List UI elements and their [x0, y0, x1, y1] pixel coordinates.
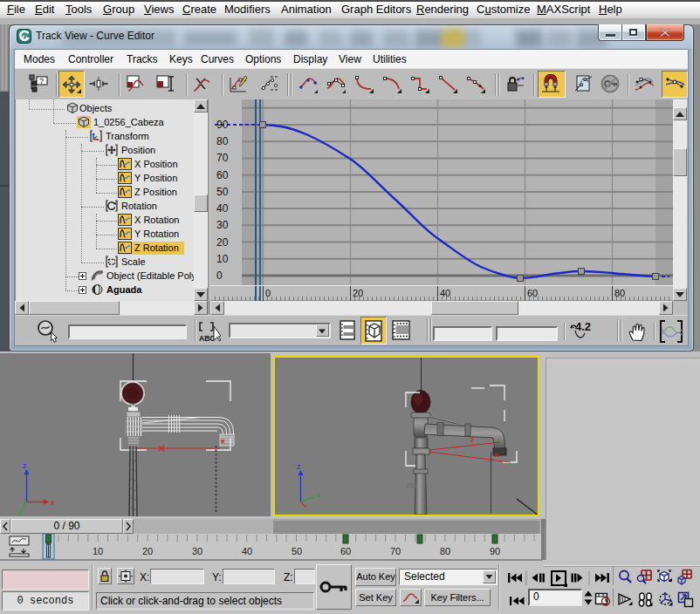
svg-text:20: 20 — [216, 236, 229, 249]
svg-text:0: 0 — [216, 269, 223, 282]
svg-text:80: 80 — [440, 546, 450, 556]
svg-text:y: y — [18, 507, 23, 515]
svg-text:0: 0 — [265, 288, 271, 298]
svg-text:x: x — [316, 491, 320, 500]
svg-text:10: 10 — [93, 546, 103, 556]
svg-text:ABC: ABC — [199, 334, 215, 343]
svg-text:z: z — [297, 462, 301, 471]
svg-text:50: 50 — [292, 546, 302, 556]
svg-text:y: y — [470, 433, 475, 442]
svg-text:20: 20 — [142, 546, 153, 556]
svg-text:50: 50 — [216, 186, 229, 198]
svg-text:z: z — [23, 461, 27, 470]
svg-text:30: 30 — [216, 219, 229, 231]
svg-text:60: 60 — [216, 169, 229, 181]
svg-text:x: x — [51, 498, 55, 507]
svg-text:90: 90 — [490, 546, 500, 556]
svg-text:?: ? — [39, 77, 44, 85]
svg-text:60: 60 — [527, 288, 538, 298]
svg-text:60: 60 — [340, 546, 351, 556]
svg-text:90: 90 — [216, 119, 229, 131]
svg-text:40: 40 — [242, 546, 252, 556]
svg-text:80: 80 — [216, 135, 229, 147]
svg-text:80: 80 — [614, 288, 625, 298]
svg-text:20: 20 — [353, 288, 363, 298]
svg-text:40: 40 — [440, 288, 450, 298]
svg-text:40: 40 — [216, 202, 229, 215]
svg-text:10: 10 — [216, 253, 229, 265]
svg-text:70: 70 — [216, 152, 229, 164]
svg-text:70: 70 — [390, 546, 401, 556]
svg-text:4.2: 4.2 — [575, 320, 591, 333]
svg-text:30: 30 — [192, 546, 202, 556]
